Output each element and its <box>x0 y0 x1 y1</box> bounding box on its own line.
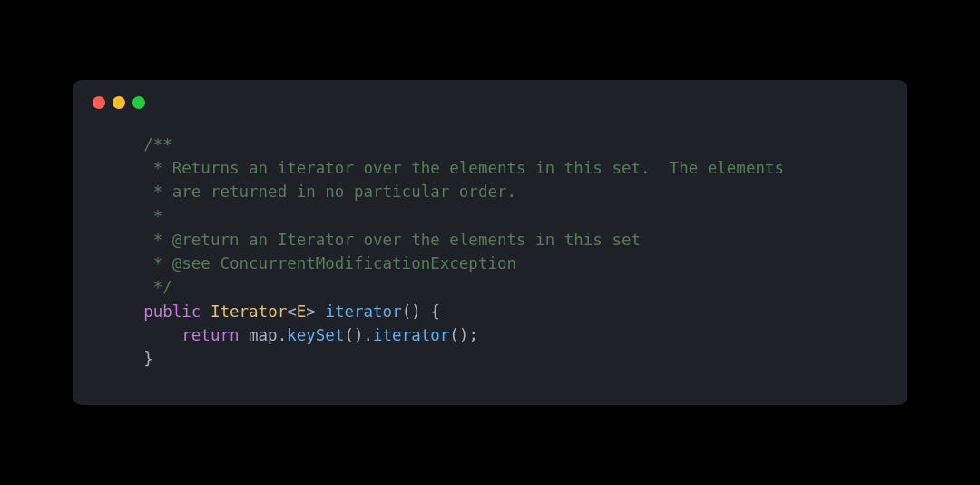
code-block: /** * Returns an iterator over the eleme… <box>73 116 907 406</box>
comment-line: */ <box>105 278 172 296</box>
comment-line: * are returned in no particular order. <box>105 183 516 201</box>
indent <box>105 302 143 321</box>
call-end: (); <box>449 326 478 344</box>
angle-close: > <box>306 302 316 321</box>
keyword-return: return <box>181 326 239 344</box>
comment-line: * <box>105 207 162 225</box>
maximize-icon[interactable] <box>132 96 145 109</box>
indent <box>105 326 181 344</box>
comment-line: * @see ConcurrentModificationException <box>105 254 516 272</box>
comment-line: * Returns an iterator over the elements … <box>105 159 784 177</box>
call-chain: (). <box>344 326 373 344</box>
brace-open: () { <box>402 302 440 321</box>
type-param-e: E <box>297 302 307 321</box>
close-icon[interactable] <box>93 96 105 109</box>
method-iterator: iterator <box>325 302 401 321</box>
window-titlebar <box>73 80 907 116</box>
angle-open: < <box>287 302 297 321</box>
method-keyset: keySet <box>287 326 344 344</box>
space <box>201 302 211 321</box>
type-iterator: Iterator <box>211 302 287 321</box>
comment-line: /** <box>105 135 172 153</box>
code-window: /** * Returns an iterator over the eleme… <box>73 80 907 406</box>
brace-close: } <box>105 350 153 368</box>
minimize-icon[interactable] <box>113 96 125 109</box>
keyword-public: public <box>143 302 201 321</box>
method-iterator-call: iterator <box>373 326 449 344</box>
space <box>316 302 326 321</box>
comment-line: * @return an Iterator over the elements … <box>105 231 641 249</box>
expr-map: map. <box>240 326 288 344</box>
